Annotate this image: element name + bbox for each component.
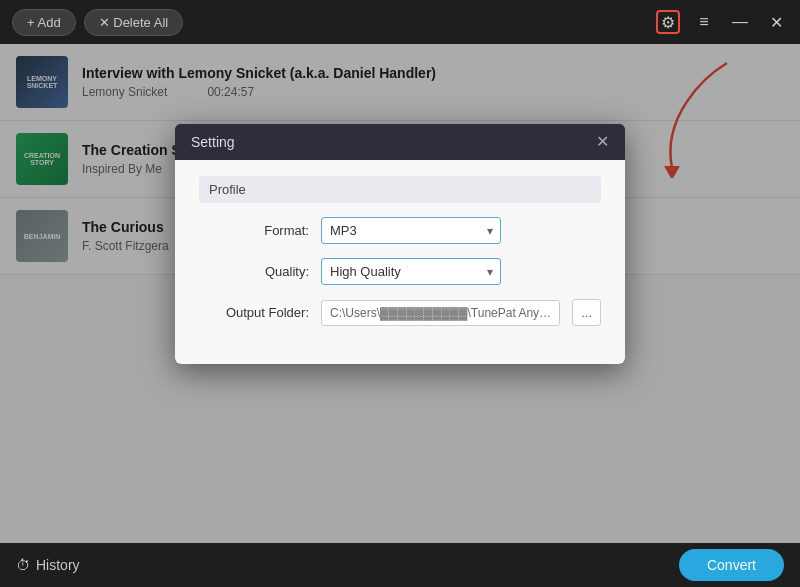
- footer: ⏱ History Convert: [0, 543, 800, 587]
- format-row: Format: MP3 AAC FLAC WAV: [199, 217, 601, 244]
- section-profile-label: Profile: [199, 176, 601, 203]
- modal-overlay: Setting ✕ Profile Format: MP3 AAC FLAC W…: [0, 44, 800, 543]
- quality-row: Quality: High Quality Medium Quality Low…: [199, 258, 601, 285]
- output-folder-label: Output Folder:: [199, 305, 309, 320]
- history-icon: ⏱: [16, 557, 30, 573]
- close-icon[interactable]: ✕: [764, 10, 788, 34]
- quality-select-wrapper[interactable]: High Quality Medium Quality Low Quality: [321, 258, 501, 285]
- format-label: Format:: [199, 223, 309, 238]
- main-content: LEMONYSNICKET Interview with Lemony Snic…: [0, 44, 800, 543]
- add-button[interactable]: + Add: [12, 9, 76, 36]
- modal-close-button[interactable]: ✕: [596, 134, 609, 150]
- delete-all-button[interactable]: ✕ Delete All: [84, 9, 184, 36]
- title-bar-actions: + Add ✕ Delete All: [12, 9, 648, 36]
- menu-icon[interactable]: ≡: [692, 10, 716, 34]
- modal-header: Setting ✕: [175, 124, 625, 160]
- modal-title: Setting: [191, 134, 235, 150]
- quality-label: Quality:: [199, 264, 309, 279]
- settings-modal: Setting ✕ Profile Format: MP3 AAC FLAC W…: [175, 124, 625, 364]
- output-path-display: C:\Users\▓▓▓▓▓▓▓▓▓▓\TunePat Any Aud: [321, 300, 560, 326]
- convert-button[interactable]: Convert: [679, 549, 784, 581]
- format-select[interactable]: MP3 AAC FLAC WAV: [321, 217, 501, 244]
- history-button[interactable]: ⏱ History: [16, 557, 80, 573]
- modal-body: Profile Format: MP3 AAC FLAC WAV: [175, 160, 625, 364]
- history-label: History: [36, 557, 80, 573]
- browse-button[interactable]: ...: [572, 299, 601, 326]
- settings-icon[interactable]: ⚙: [656, 10, 680, 34]
- output-folder-row: Output Folder: C:\Users\▓▓▓▓▓▓▓▓▓▓\TuneP…: [199, 299, 601, 326]
- title-bar-controls: ⚙ ≡ — ✕: [656, 10, 788, 34]
- quality-select[interactable]: High Quality Medium Quality Low Quality: [321, 258, 501, 285]
- title-bar: + Add ✕ Delete All ⚙ ≡ — ✕: [0, 0, 800, 44]
- format-select-wrapper[interactable]: MP3 AAC FLAC WAV: [321, 217, 501, 244]
- minimize-icon[interactable]: —: [728, 10, 752, 34]
